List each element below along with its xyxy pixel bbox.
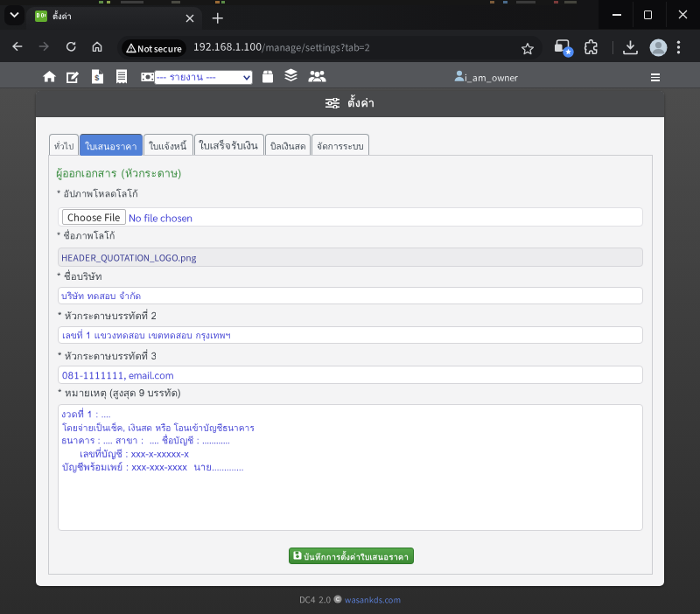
svg-text:$: $ <box>94 73 99 82</box>
